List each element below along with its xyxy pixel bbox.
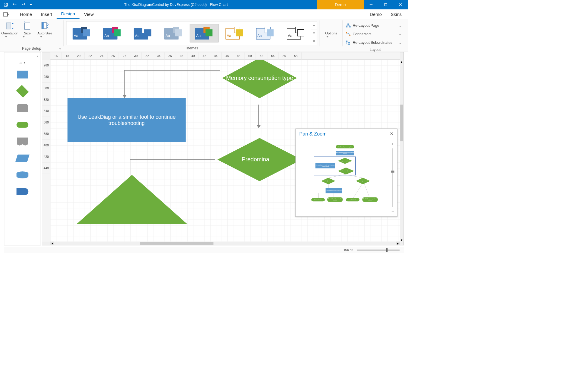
svg-rect-10	[313, 40, 315, 41]
orientation-button[interactable]: Orientation	[2, 21, 18, 46]
minimize-button[interactable]	[364, 0, 378, 9]
pan-zoom-minimap[interactable]: Troubleshooting a memory leak Find the p…	[296, 139, 388, 217]
zoom-in-button[interactable]: +	[391, 141, 394, 147]
shape-curved[interactable]	[4, 183, 41, 200]
decision-label: Memory consumption type	[226, 75, 293, 81]
ruler-tick: 300	[42, 83, 50, 94]
window-title: The XtraDiagramControl by DevExpress (C#…	[35, 3, 317, 7]
qat-customize-button[interactable]	[29, 1, 33, 8]
theme-swatch[interactable]: Aa	[220, 24, 249, 42]
shapes-panel: › ▭∧	[4, 52, 41, 245]
svg-rect-5	[4, 13, 8, 16]
process-leakdiag[interactable]: Use LeakDiag or a similar tool to contin…	[68, 98, 186, 142]
vertical-scrollbar[interactable]: ▴ ▾	[400, 60, 403, 242]
shapes-collapse-icon[interactable]: ∧	[24, 61, 26, 65]
ruler-tick: 40	[187, 52, 199, 59]
arrow-down-icon	[257, 125, 261, 128]
theme-swatch[interactable]: Aa	[251, 24, 280, 42]
ruler-horizontal: 1618202224262830323436384042444648505254…	[50, 52, 400, 60]
shape-rectangle[interactable]	[4, 66, 41, 83]
decision-memory-consumption[interactable]: Memory consumption type	[211, 60, 308, 105]
theme-swatch[interactable]: Aa	[281, 24, 310, 42]
options-button[interactable]: Options	[322, 21, 340, 46]
autosize-label: Auto Size	[37, 31, 52, 36]
partial-shape[interactable]	[77, 175, 187, 224]
theme-swatch[interactable]: Aa	[159, 24, 188, 42]
shape-cylinder[interactable]	[4, 167, 41, 183]
qat-save-button[interactable]	[2, 1, 9, 8]
horizontal-scrollbar[interactable]: ◂ ▸	[50, 242, 400, 245]
group-layout: Layout	[370, 48, 380, 52]
zoom-out-button[interactable]: −	[391, 209, 394, 214]
ruler-tick: 32	[142, 52, 153, 59]
close-button[interactable]	[393, 0, 408, 9]
ruler-tick: 54	[267, 52, 279, 59]
shapes-filter-icon[interactable]: ▭	[19, 61, 22, 65]
options-label: Options	[325, 31, 337, 36]
qat-undo-button[interactable]	[11, 1, 18, 8]
pan-zoom-panel: Pan & Zoom ✕ Troubleshooting a memory le…	[295, 129, 397, 217]
connectors-label: Connectors	[353, 32, 372, 36]
svg-rect-18	[348, 44, 350, 44]
relayout-subs-button[interactable]: Re-Layout Subordinates⌄	[346, 39, 402, 46]
ruler-tick: 380	[42, 128, 50, 140]
ruler-vertical: 260280300320340360380400420440	[42, 60, 51, 242]
tab-demo[interactable]: Demo	[365, 10, 386, 19]
theme-swatch[interactable]: Aa	[98, 24, 127, 42]
tab-view[interactable]: View	[80, 10, 98, 19]
tab-design[interactable]: Design	[57, 10, 80, 19]
zoom-slider[interactable]	[392, 148, 393, 207]
demo-context-tab[interactable]: Demo	[317, 0, 364, 9]
tab-insert[interactable]: Insert	[36, 10, 57, 19]
autosize-button[interactable]: Auto Size	[37, 21, 53, 46]
decision-label-2: Predomina	[242, 156, 269, 163]
theme-swatch[interactable]: Aa	[128, 24, 157, 42]
ruler-tick: 360	[42, 117, 50, 128]
gallery-more-button[interactable]	[311, 37, 317, 45]
shape-terminator[interactable]	[4, 116, 41, 133]
relayout-subs-label: Re-Layout Subordinates	[353, 41, 392, 45]
pan-zoom-close-button[interactable]: ✕	[390, 131, 393, 136]
ruler-tick: 280	[42, 71, 50, 83]
ruler-tick: 58	[290, 52, 302, 59]
ruler-tick: 52	[256, 52, 267, 59]
gallery-down-button[interactable]	[311, 29, 317, 37]
ruler-tick: 24	[96, 52, 108, 59]
shapes-collapse-button[interactable]: ›	[37, 54, 38, 58]
file-menu-button[interactable]	[2, 10, 11, 19]
svg-rect-16	[346, 41, 348, 42]
ruler-tick: 36	[165, 52, 176, 59]
ruler-tick: 340	[42, 106, 50, 117]
orientation-label: Orientation	[1, 31, 18, 36]
viewport-indicator[interactable]	[314, 157, 356, 175]
tab-skins[interactable]: Skins	[386, 10, 406, 19]
group-page-setup: Page Setup	[22, 46, 41, 51]
theme-swatch[interactable]: Aa	[67, 24, 96, 42]
maximize-button[interactable]	[378, 0, 393, 9]
shape-document[interactable]	[4, 133, 41, 150]
relayout-page-button[interactable]: Re-Layout Page⌄	[346, 22, 402, 29]
tab-home[interactable]: Home	[16, 10, 36, 19]
svg-rect-13	[349, 26, 351, 27]
status-zoom-slider[interactable]	[357, 250, 400, 251]
shape-parallelogram[interactable]	[4, 150, 41, 167]
relayout-page-label: Re-Layout Page	[353, 23, 379, 28]
ruler-tick: 260	[42, 60, 50, 71]
ruler-tick: 440	[42, 163, 50, 174]
shape-data[interactable]	[4, 100, 41, 116]
themes-gallery[interactable]: AaAaAaAaAaAaAaAa	[66, 21, 317, 45]
shape-diamond[interactable]	[4, 83, 41, 100]
svg-rect-6	[6, 23, 11, 29]
theme-swatch[interactable]: Aa	[190, 24, 218, 42]
connectors-button[interactable]: Connectors⌄	[346, 31, 402, 38]
ruler-tick: 38	[176, 52, 187, 59]
gallery-up-button[interactable]	[311, 21, 317, 29]
page-setup-launcher-icon[interactable]	[58, 48, 61, 51]
ruler-tick: 44	[210, 52, 222, 59]
connector	[258, 105, 259, 125]
size-button[interactable]: Size	[19, 21, 35, 46]
ruler-tick: 420	[42, 151, 50, 163]
ruler-tick: 30	[130, 52, 142, 59]
ruler-tick: 320	[42, 94, 50, 106]
qat-redo-button[interactable]	[20, 1, 27, 8]
